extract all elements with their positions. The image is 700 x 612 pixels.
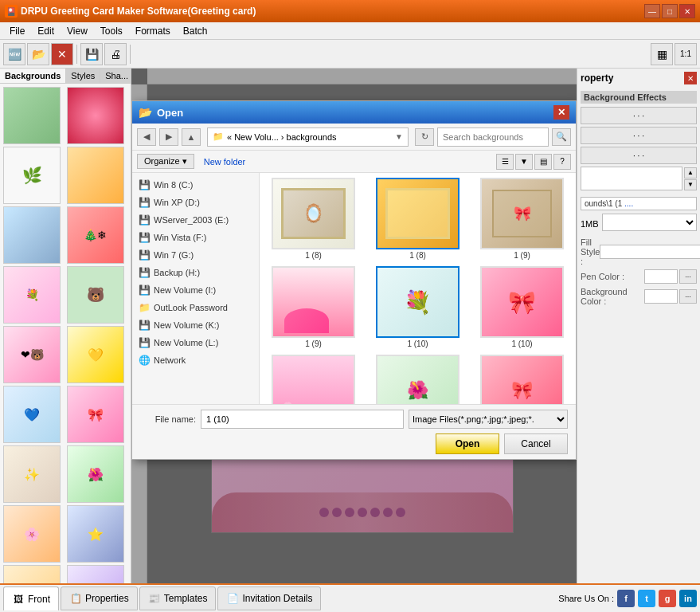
save-button[interactable]: 💾 xyxy=(80,43,103,65)
file-name-input[interactable] xyxy=(201,410,404,429)
toolbar-sep-2 xyxy=(130,45,131,64)
background-thumb-3[interactable]: 🌿 xyxy=(3,147,61,204)
sidebar-newvolumek[interactable]: 💾 New Volume (K:) xyxy=(132,316,259,334)
zoom-button[interactable]: 1:1 xyxy=(675,43,697,65)
file-item-7[interactable]: 🌸 1 (11) xyxy=(264,355,362,404)
tab-invitation[interactable]: 📄 Invitation Details xyxy=(217,586,321,610)
background-thumb-2[interactable] xyxy=(67,87,124,144)
pen-color-button[interactable]: ··· xyxy=(679,269,697,284)
nav-refresh-button[interactable]: ↻ xyxy=(415,128,434,146)
tab-shapes[interactable]: Sha... xyxy=(100,69,131,83)
background-thumb-12[interactable]: 🎀 xyxy=(67,386,124,443)
sidebar-winxpd[interactable]: 💾 Win XP (D:) xyxy=(132,194,259,211)
view-dropdown-button[interactable]: ▼ xyxy=(515,154,533,170)
size-dropdown[interactable] xyxy=(602,214,697,231)
view-buttons: ☰ ▼ ▤ ? xyxy=(496,154,571,170)
background-thumb-6[interactable]: 🎄❄ xyxy=(67,206,124,264)
dialog-cancel-button[interactable]: Cancel xyxy=(504,434,568,454)
spinner-down-button[interactable]: ▼ xyxy=(684,179,697,190)
effect-btn-2[interactable]: · · · xyxy=(581,127,697,144)
maximize-button[interactable]: □ xyxy=(662,4,678,18)
tab-front[interactable]: 🖼 Front xyxy=(3,586,59,610)
background-thumb-7[interactable]: 💐 xyxy=(3,266,61,324)
sidebar-win7g[interactable]: 💾 Win 7 (G:) xyxy=(132,246,259,264)
file-type-dropdown[interactable]: Image Files(*.png;*.jpg;*.jpeg;*. xyxy=(409,410,568,429)
tab-styles[interactable]: Styles xyxy=(66,69,100,83)
file-item-6[interactable]: 🎀 1 (10) xyxy=(473,266,571,348)
file-item-3[interactable]: 🎀 1 (9) xyxy=(473,178,571,260)
minimize-button[interactable]: — xyxy=(644,4,660,18)
view-details-button[interactable]: ▤ xyxy=(534,154,552,170)
new-folder-button[interactable]: New folder xyxy=(197,155,252,168)
sidebar-win8c[interactable]: 💾 Win 8 (C:) xyxy=(132,176,259,194)
background-thumb-14[interactable]: 🌺 xyxy=(67,445,124,503)
menu-edit[interactable]: Edit xyxy=(31,24,61,38)
file-item-9[interactable]: 🎀 1 (12) xyxy=(473,355,571,404)
sidebar-newvolumel[interactable]: 💾 New Volume (L:) xyxy=(132,334,259,351)
twitter-icon[interactable]: t xyxy=(638,590,655,607)
panel-tabs: Backgrounds Styles Sha... xyxy=(0,69,131,84)
nav-forward-button[interactable]: ▶ xyxy=(159,128,178,146)
background-thumb-17[interactable]: 🎆 xyxy=(3,565,61,583)
sidebar-network[interactable]: 🌐 Network xyxy=(132,351,259,369)
background-thumb-13[interactable]: ✨ xyxy=(3,445,61,503)
view-help-button[interactable]: ? xyxy=(553,154,571,170)
background-thumb-4[interactable] xyxy=(67,147,124,204)
background-thumb-8[interactable]: 🐻 xyxy=(67,266,124,324)
background-thumb-9[interactable]: ❤🐻 xyxy=(3,326,61,383)
sidebar-newvolumei[interactable]: 💾 New Volume (I:) xyxy=(132,281,259,299)
file-item-8[interactable]: 🌺 1 (11) xyxy=(369,355,467,404)
templates-tab-icon: 📰 xyxy=(148,592,161,605)
nav-up-button[interactable]: ▲ xyxy=(182,128,201,146)
close-toolbar-button[interactable]: ✕ xyxy=(51,43,73,65)
search-button[interactable]: 🔍 xyxy=(552,128,571,146)
print-preview-button[interactable]: 🖨 xyxy=(104,43,127,65)
tab-templates[interactable]: 📰 Templates xyxy=(139,586,217,610)
background-thumb-18[interactable]: 🌙 xyxy=(67,565,124,583)
background-thumb-5[interactable] xyxy=(3,206,61,264)
fill-style-input[interactable] xyxy=(600,245,700,259)
nav-back-button[interactable]: ◀ xyxy=(137,128,156,146)
organize-button[interactable]: Organize ▾ xyxy=(137,154,194,169)
facebook-icon[interactable]: f xyxy=(617,590,635,607)
spinner-up-button[interactable]: ▲ xyxy=(684,167,697,178)
tab-backgrounds[interactable]: Backgrounds xyxy=(0,69,66,83)
linkedin-icon[interactable]: in xyxy=(679,590,697,607)
view-list-button[interactable]: ☰ xyxy=(496,154,514,170)
background-thumb-10[interactable]: 💛 xyxy=(67,326,124,383)
sidebar-wserver2003e[interactable]: 💾 WServer_2003 (E:) xyxy=(132,211,259,229)
menu-view[interactable]: View xyxy=(61,24,94,38)
menu-batch[interactable]: Batch xyxy=(177,24,214,38)
close-button[interactable]: ✕ xyxy=(679,4,695,18)
file-item-1[interactable]: 🪞 1 (8) xyxy=(264,178,362,260)
sidebar-backuph[interactable]: 💾 Backup (H:) xyxy=(132,264,259,281)
menu-file[interactable]: File xyxy=(3,24,31,38)
drive-icon-e: 💾 xyxy=(139,214,151,226)
sidebar-winvistaf[interactable]: 💾 Win Vista (F:) xyxy=(132,229,259,246)
dialog-open-button[interactable]: Open xyxy=(436,434,499,454)
right-panel-close-button[interactable]: ✕ xyxy=(684,72,697,84)
sidebar-outlook[interactable]: 📁 OutLook Password xyxy=(132,299,259,316)
open-dialog: 📂 Open ✕ ◀ ▶ ▲ 📁 « New Volu... › backgro… xyxy=(131,100,577,460)
background-thumb-15[interactable]: 🌸 xyxy=(3,505,61,563)
dialog-body: 💾 Win 8 (C:) 💾 Win XP (D:) 💾 WServer_200… xyxy=(132,173,576,404)
file-item-4[interactable]: 1 (9) xyxy=(264,266,362,348)
grid-button[interactable]: ▦ xyxy=(651,43,673,65)
tab-properties[interactable]: 📋 Properties xyxy=(61,586,138,610)
dialog-close-button[interactable]: ✕ xyxy=(553,105,569,120)
menu-tools[interactable]: Tools xyxy=(94,24,129,38)
google-icon[interactable]: g xyxy=(659,590,676,607)
new-button[interactable]: 🆕 xyxy=(3,43,25,65)
open-button[interactable]: 📂 xyxy=(27,43,49,65)
effect-btn-3[interactable]: · · · xyxy=(581,147,697,164)
background-thumb-1[interactable] xyxy=(3,87,61,144)
effect-btn-1[interactable]: · · · xyxy=(581,107,697,124)
file-item-2[interactable]: 1 (8) xyxy=(369,178,467,260)
file-item-5[interactable]: 💐 1 (10) xyxy=(369,266,467,348)
file-label-5: 1 (10) xyxy=(407,339,428,348)
menu-formats[interactable]: Formats xyxy=(129,24,177,38)
bg-color-button[interactable]: ··· xyxy=(679,289,697,304)
search-input[interactable] xyxy=(437,128,549,147)
background-thumb-11[interactable]: 💙 xyxy=(3,386,61,443)
background-thumb-16[interactable]: ⭐ xyxy=(67,505,124,563)
